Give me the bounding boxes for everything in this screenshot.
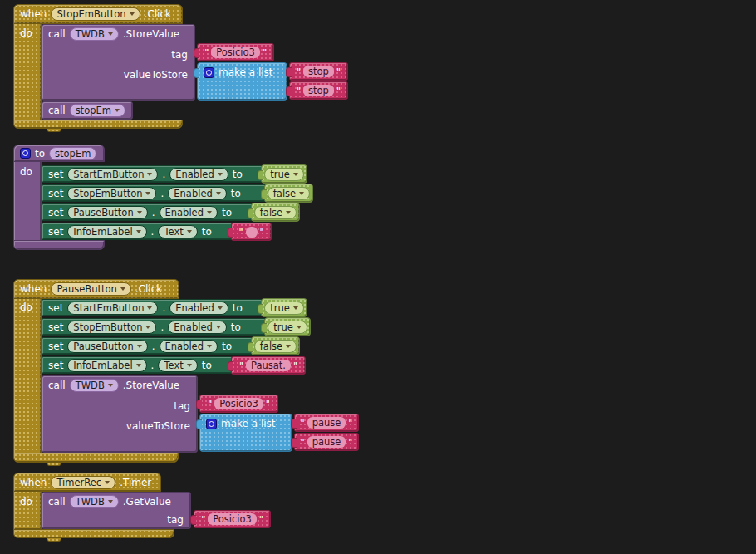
close-quote: ": [263, 47, 267, 58]
text-input-field[interactable]: stop: [303, 66, 334, 77]
component-dropdown[interactable]: TWDB: [70, 495, 119, 508]
event-block-bottom[interactable]: [13, 529, 174, 538]
component-dropdown[interactable]: TimerRec: [51, 476, 115, 489]
procedure-block-bottom[interactable]: [13, 240, 105, 250]
logic-value-block[interactable]: false: [251, 203, 300, 222]
call-storevalue-block[interactable]: call TWDB .StoreValue tag valueToStore: [42, 24, 195, 101]
property-dropdown[interactable]: Enabled: [169, 302, 228, 315]
property-dropdown[interactable]: Enabled: [160, 340, 218, 353]
component-dropdown[interactable]: InfoEmLabel: [67, 225, 146, 238]
when-keyword: when: [20, 283, 47, 295]
logic-dropdown[interactable]: false: [254, 206, 297, 219]
logic-dropdown[interactable]: false: [268, 187, 310, 200]
mutator-icon[interactable]: [206, 419, 217, 429]
text-string-block[interactable]: " Pausat. ": [231, 356, 306, 375]
logic-dropdown[interactable]: true: [268, 321, 307, 334]
procedure-block-stopem[interactable]: to stopEm: [13, 145, 105, 162]
event-block-pausebutton-click[interactable]: when PauseButton .Click: [13, 279, 179, 299]
make-a-list-label: make a list: [218, 66, 273, 78]
component-dropdown[interactable]: StopEmButton: [51, 7, 140, 21]
component-dropdown[interactable]: StopEmButton: [67, 187, 156, 200]
procedure-dropdown[interactable]: stopEm: [70, 104, 125, 117]
logic-dropdown[interactable]: false: [254, 340, 297, 353]
property-dropdown[interactable]: Text: [158, 359, 197, 372]
dropdown-arrow-icon: [286, 345, 291, 348]
dropdown-arrow-icon: [136, 364, 141, 367]
event-block-body[interactable]: [13, 297, 42, 454]
property-dropdown[interactable]: Enabled: [160, 206, 218, 219]
text-input-field[interactable]: pause: [307, 436, 346, 448]
set-block[interactable]: set StartEmButton . Enabled to: [42, 299, 263, 316]
make-a-list-block[interactable]: make a list: [197, 62, 287, 101]
text-string-block-empty[interactable]: " ": [231, 223, 272, 241]
component-dropdown[interactable]: PauseButton: [51, 282, 130, 296]
component-dropdown[interactable]: TWDB: [70, 27, 119, 41]
text-input-field[interactable]: Posicio3: [214, 398, 263, 409]
event-block-timerrec-timer[interactable]: when TimerRec .Timer: [13, 473, 161, 492]
dropdown-arrow-icon: [108, 32, 113, 36]
component-dropdown[interactable]: StartEmButton: [67, 302, 158, 315]
set-block[interactable]: set StopEmButton . Enabled to: [42, 184, 266, 202]
set-keyword: set: [48, 341, 63, 352]
make-a-list-block[interactable]: make a list: [199, 414, 292, 452]
property-dropdown[interactable]: Enabled: [168, 187, 226, 200]
logic-dropdown-label: true: [273, 321, 293, 333]
text-string-block-item[interactable]: " stop ": [289, 81, 348, 100]
event-block-bottom[interactable]: [13, 120, 183, 129]
logic-value-block[interactable]: true: [261, 164, 307, 184]
component-dropdown[interactable]: StartEmButton: [67, 168, 158, 181]
dot-separator: .: [151, 226, 155, 238]
tag-arg-label: tag: [167, 514, 184, 526]
component-dropdown[interactable]: PauseButton: [67, 206, 147, 219]
dropdown-arrow-icon: [187, 230, 192, 233]
text-string-block-item[interactable]: " pause ": [294, 433, 359, 451]
logic-dropdown-label: false: [260, 341, 282, 352]
event-block-stopembutton-click[interactable]: when StopEmButton .Click: [13, 4, 183, 24]
set-block[interactable]: set StartEmButton . Enabled to: [42, 165, 263, 183]
text-input-field[interactable]: stop: [303, 85, 334, 96]
event-block-bottom[interactable]: [13, 453, 179, 463]
set-block[interactable]: set PauseButton . Enabled to: [42, 337, 253, 355]
text-string-block-item[interactable]: " stop ": [289, 62, 348, 81]
logic-value-block[interactable]: true: [261, 298, 307, 317]
logic-value-block[interactable]: true: [264, 317, 311, 336]
call-getvalue-block[interactable]: call TWDB .GetValue tag: [42, 492, 191, 529]
text-input-field[interactable]: Pausat.: [246, 360, 291, 371]
text-string-block-tag[interactable]: " Posicio3 ": [197, 43, 274, 61]
text-input-field[interactable]: Posicio3: [211, 47, 260, 58]
valuetostore-arg-label: valueToStore: [126, 420, 190, 432]
text-input-field[interactable]: Posicio3: [208, 513, 257, 525]
text-string-block-tag[interactable]: " Posicio3 ": [199, 395, 278, 413]
logic-dropdown-label: true: [270, 169, 290, 180]
component-dropdown-label: TimerRec: [56, 477, 101, 488]
component-dropdown[interactable]: InfoEmLabel: [67, 359, 146, 372]
procedure-name-field[interactable]: stopEm: [49, 147, 96, 160]
call-procedure-block[interactable]: call stopEm: [42, 101, 133, 120]
logic-dropdown[interactable]: true: [264, 168, 304, 181]
close-quote: ": [348, 437, 352, 448]
logic-value-block[interactable]: false: [251, 336, 300, 355]
property-dropdown[interactable]: Text: [158, 225, 197, 238]
mutator-icon[interactable]: [204, 67, 214, 78]
call-storevalue-block[interactable]: call TWDB .StoreValue tag valueToStore: [42, 375, 198, 453]
text-string-block-item[interactable]: " pause ": [294, 414, 359, 432]
text-string-block-tag[interactable]: " Posicio3 ": [194, 510, 271, 528]
set-block[interactable]: set InfoEmLabel . Text to: [42, 223, 233, 240]
logic-dropdown[interactable]: true: [264, 302, 304, 315]
text-input-field[interactable]: [246, 227, 258, 238]
set-block[interactable]: set PauseButton . Enabled to: [42, 203, 253, 221]
mutator-icon[interactable]: [20, 148, 31, 159]
property-dropdown[interactable]: Enabled: [169, 168, 228, 181]
blocks-workspace[interactable]: when StopEmButton .Click do call TWDB .S…: [0, 0, 756, 554]
dot-separator: .: [151, 360, 155, 371]
component-dropdown[interactable]: PauseButton: [67, 340, 147, 353]
component-dropdown-label: InfoEmLabel: [73, 360, 132, 371]
text-input-field[interactable]: pause: [307, 417, 346, 429]
component-dropdown-label: TWDB: [76, 28, 105, 40]
set-block[interactable]: set InfoEmLabel . Text to: [42, 356, 233, 374]
component-dropdown[interactable]: StopEmButton: [67, 321, 156, 334]
logic-value-block[interactable]: false: [264, 184, 313, 203]
component-dropdown[interactable]: TWDB: [70, 379, 119, 392]
set-block[interactable]: set StopEmButton . Enabled to: [42, 318, 266, 336]
property-dropdown[interactable]: Enabled: [168, 321, 226, 334]
